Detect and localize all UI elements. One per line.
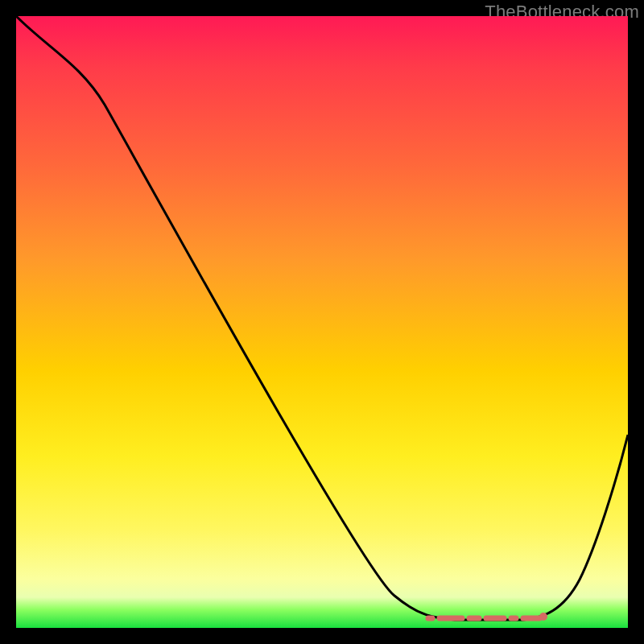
chart-gradient-background	[16, 16, 628, 628]
chart-frame	[16, 16, 628, 628]
